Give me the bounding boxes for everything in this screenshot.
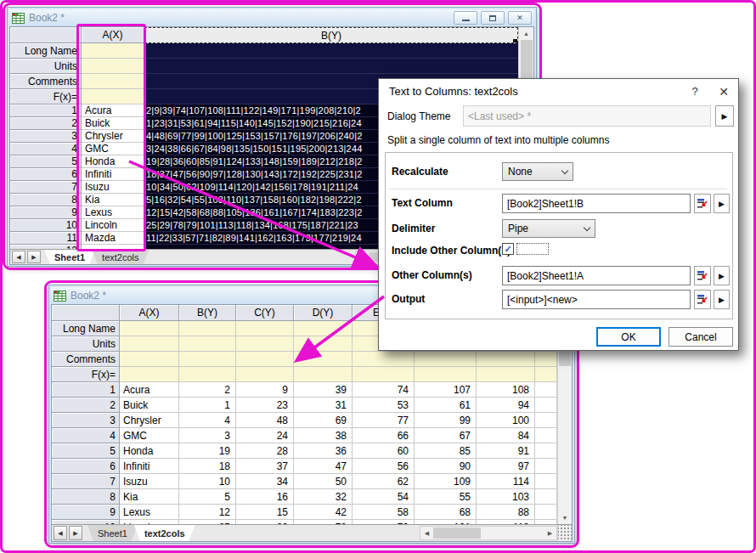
column-header[interactable]: A(X) xyxy=(120,305,179,321)
cell-value[interactable]: 34 xyxy=(236,474,294,489)
label-cell-selected[interactable] xyxy=(144,59,518,74)
dialog-theme-input[interactable]: <Last used> * xyxy=(463,105,711,127)
column-header-a[interactable]: A(X) xyxy=(82,27,144,43)
cell-empty[interactable] xyxy=(535,474,557,489)
cell-car-name[interactable]: Buick xyxy=(120,398,179,413)
scroll-up-icon[interactable]: ▲ xyxy=(519,27,533,40)
cell-value[interactable]: 16 xyxy=(236,489,294,505)
row-number[interactable]: 5 xyxy=(52,443,120,459)
tab-text2cols[interactable]: text2cols xyxy=(134,525,195,541)
text-column-flyout-button[interactable]: ▶ xyxy=(714,194,730,213)
cell-value[interactable]: 55 xyxy=(415,489,477,505)
corner-header[interactable] xyxy=(10,27,82,43)
scroll-right-icon[interactable]: ▶ xyxy=(544,527,556,539)
label-cell[interactable] xyxy=(415,352,477,367)
cell-value[interactable]: 74 xyxy=(353,382,415,398)
label-cell[interactable] xyxy=(236,336,294,352)
cell-value[interactable]: 77 xyxy=(353,413,415,428)
label-cell[interactable] xyxy=(82,89,144,104)
cell-value[interactable]: 58 xyxy=(353,505,415,520)
label-cell[interactable] xyxy=(294,321,353,336)
cell-car-name[interactable]: Lexus xyxy=(120,505,179,520)
row-number[interactable]: 3 xyxy=(10,130,82,143)
row-label[interactable]: F(x)= xyxy=(10,89,82,104)
other-columns-picker-button[interactable] xyxy=(694,266,711,285)
recalculate-dropdown[interactable]: None xyxy=(502,162,573,181)
row-number[interactable]: 1 xyxy=(10,104,82,117)
cell-value[interactable]: 109 xyxy=(415,474,477,489)
scroll-down-icon[interactable]: ▼ xyxy=(558,511,572,524)
label-cell[interactable] xyxy=(120,367,179,382)
cell-car-name[interactable]: Lincoln xyxy=(82,219,144,232)
cell-car-name[interactable]: Buick xyxy=(82,117,144,130)
corner-header[interactable] xyxy=(52,305,120,321)
row-number[interactable]: 4 xyxy=(52,428,120,443)
row-number[interactable]: 4 xyxy=(10,143,82,155)
row-number[interactable]: 5 xyxy=(10,155,82,168)
cell-value[interactable]: 18 xyxy=(179,459,236,474)
row-number[interactable]: 6 xyxy=(10,168,82,181)
output-picker-button[interactable] xyxy=(694,290,711,309)
label-cell[interactable] xyxy=(294,352,353,367)
label-cell[interactable] xyxy=(353,367,415,382)
label-cell[interactable] xyxy=(415,367,477,382)
cell-value[interactable]: 32 xyxy=(294,489,353,505)
minimize-button[interactable] xyxy=(454,11,477,25)
cell-value[interactable]: 37 xyxy=(236,459,294,474)
cell-value[interactable]: 60 xyxy=(353,443,415,459)
cell-empty[interactable] xyxy=(535,489,557,505)
column-header[interactable]: B(Y) xyxy=(179,305,236,321)
label-cell[interactable] xyxy=(535,367,557,382)
cell-value[interactable]: 54 xyxy=(353,489,415,505)
label-cell[interactable] xyxy=(477,352,535,367)
row-label[interactable]: Units xyxy=(52,336,120,352)
cell-empty[interactable] xyxy=(535,398,557,413)
other-columns-input[interactable]: [Book2]Sheet1!A xyxy=(502,266,691,285)
cell-value[interactable]: 53 xyxy=(353,398,415,413)
tab-next-icon[interactable]: ▶ xyxy=(69,526,82,540)
help-button[interactable]: ? xyxy=(680,79,709,104)
column-header[interactable]: D(Y) xyxy=(294,305,353,321)
cell-value[interactable]: 38 xyxy=(294,428,353,443)
cell-value[interactable]: 12 xyxy=(179,505,236,520)
scroll-left-icon[interactable]: ◀ xyxy=(420,527,433,539)
cell-car-name[interactable]: Isuzu xyxy=(120,474,179,489)
cell-value[interactable]: 90 xyxy=(415,459,477,474)
cell-value[interactable]: 114 xyxy=(477,474,535,489)
cell-value[interactable]: 108 xyxy=(477,382,535,398)
column-header[interactable]: C(Y) xyxy=(236,305,294,321)
cell-value[interactable]: 31 xyxy=(294,398,353,413)
label-cell[interactable] xyxy=(535,352,557,367)
row-number[interactable]: 2 xyxy=(52,398,120,413)
horizontal-scrollbar[interactable]: ◀ ▶ xyxy=(420,526,557,540)
cell-value[interactable]: 4 xyxy=(179,413,236,428)
label-cell[interactable] xyxy=(477,367,535,382)
output-flyout-button[interactable]: ▶ xyxy=(714,290,730,309)
cell-value[interactable]: 24 xyxy=(236,428,294,443)
cell-value[interactable]: 68 xyxy=(415,505,477,520)
label-cell[interactable] xyxy=(120,336,179,352)
cell-value[interactable]: 9 xyxy=(236,382,294,398)
label-cell[interactable] xyxy=(82,74,144,89)
row-number[interactable]: 7 xyxy=(52,474,120,489)
cell-car-name[interactable]: GMC xyxy=(120,428,179,443)
close-button[interactable]: ✕ xyxy=(508,11,532,25)
scrollbar-thumb[interactable] xyxy=(433,528,481,539)
cell-value[interactable]: 94 xyxy=(477,398,535,413)
tab-text2cols[interactable]: text2cols xyxy=(92,250,149,264)
label-cell[interactable] xyxy=(294,336,353,352)
cell-value[interactable]: 103 xyxy=(477,489,535,505)
cell-value[interactable]: 97 xyxy=(477,459,535,474)
resize-grip[interactable] xyxy=(557,525,572,541)
cell-car-name[interactable]: Mazda xyxy=(82,232,144,245)
tab-sheet1[interactable]: Sheet1 xyxy=(44,250,95,264)
row-number[interactable]: 11 xyxy=(10,232,82,245)
label-cell[interactable] xyxy=(82,43,144,59)
cell-value[interactable]: 2 xyxy=(179,382,236,398)
include-other-columns-checkbox[interactable]: ✓ xyxy=(502,243,514,255)
cell-value[interactable]: 1 xyxy=(179,398,236,413)
cell-car-name[interactable]: Acura xyxy=(120,382,179,398)
label-cell[interactable] xyxy=(179,321,236,336)
text-column-input[interactable]: [Book2]Sheet1!B xyxy=(502,194,691,213)
cell-value[interactable]: 88 xyxy=(477,505,535,520)
